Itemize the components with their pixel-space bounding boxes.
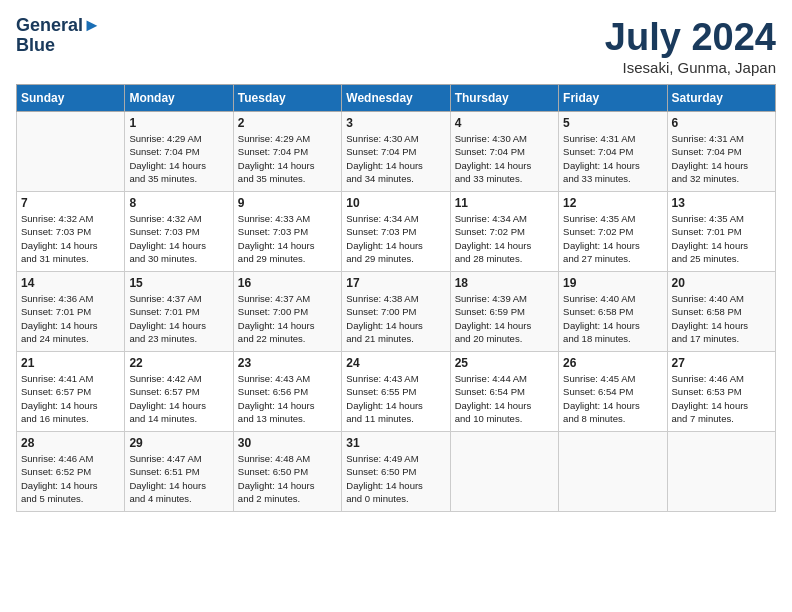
calendar-cell <box>667 432 775 512</box>
calendar-cell: 12Sunrise: 4:35 AM Sunset: 7:02 PM Dayli… <box>559 192 667 272</box>
day-info: Sunrise: 4:36 AM Sunset: 7:01 PM Dayligh… <box>21 292 120 345</box>
day-number: 24 <box>346 356 445 370</box>
day-number: 18 <box>455 276 554 290</box>
day-info: Sunrise: 4:41 AM Sunset: 6:57 PM Dayligh… <box>21 372 120 425</box>
day-info: Sunrise: 4:43 AM Sunset: 6:55 PM Dayligh… <box>346 372 445 425</box>
week-row-3: 14Sunrise: 4:36 AM Sunset: 7:01 PM Dayli… <box>17 272 776 352</box>
day-number: 30 <box>238 436 337 450</box>
calendar-cell: 28Sunrise: 4:46 AM Sunset: 6:52 PM Dayli… <box>17 432 125 512</box>
month-title: July 2024 <box>605 16 776 59</box>
calendar-cell: 8Sunrise: 4:32 AM Sunset: 7:03 PM Daylig… <box>125 192 233 272</box>
day-number: 11 <box>455 196 554 210</box>
day-number: 19 <box>563 276 662 290</box>
day-info: Sunrise: 4:38 AM Sunset: 7:00 PM Dayligh… <box>346 292 445 345</box>
day-info: Sunrise: 4:49 AM Sunset: 6:50 PM Dayligh… <box>346 452 445 505</box>
calendar-cell: 7Sunrise: 4:32 AM Sunset: 7:03 PM Daylig… <box>17 192 125 272</box>
day-info: Sunrise: 4:35 AM Sunset: 7:01 PM Dayligh… <box>672 212 771 265</box>
day-info: Sunrise: 4:46 AM Sunset: 6:53 PM Dayligh… <box>672 372 771 425</box>
day-info: Sunrise: 4:29 AM Sunset: 7:04 PM Dayligh… <box>129 132 228 185</box>
calendar-cell: 6Sunrise: 4:31 AM Sunset: 7:04 PM Daylig… <box>667 112 775 192</box>
calendar-table: SundayMondayTuesdayWednesdayThursdayFrid… <box>16 84 776 512</box>
week-row-4: 21Sunrise: 4:41 AM Sunset: 6:57 PM Dayli… <box>17 352 776 432</box>
day-number: 15 <box>129 276 228 290</box>
day-number: 31 <box>346 436 445 450</box>
day-info: Sunrise: 4:48 AM Sunset: 6:50 PM Dayligh… <box>238 452 337 505</box>
week-row-1: 1Sunrise: 4:29 AM Sunset: 7:04 PM Daylig… <box>17 112 776 192</box>
day-number: 5 <box>563 116 662 130</box>
day-number: 17 <box>346 276 445 290</box>
day-number: 8 <box>129 196 228 210</box>
day-number: 13 <box>672 196 771 210</box>
page-header: General►Blue July 2024 Isesaki, Gunma, J… <box>16 16 776 76</box>
calendar-cell: 10Sunrise: 4:34 AM Sunset: 7:03 PM Dayli… <box>342 192 450 272</box>
calendar-cell: 4Sunrise: 4:30 AM Sunset: 7:04 PM Daylig… <box>450 112 558 192</box>
day-info: Sunrise: 4:32 AM Sunset: 7:03 PM Dayligh… <box>21 212 120 265</box>
day-info: Sunrise: 4:43 AM Sunset: 6:56 PM Dayligh… <box>238 372 337 425</box>
calendar-cell: 1Sunrise: 4:29 AM Sunset: 7:04 PM Daylig… <box>125 112 233 192</box>
day-info: Sunrise: 4:45 AM Sunset: 6:54 PM Dayligh… <box>563 372 662 425</box>
calendar-cell: 21Sunrise: 4:41 AM Sunset: 6:57 PM Dayli… <box>17 352 125 432</box>
week-row-5: 28Sunrise: 4:46 AM Sunset: 6:52 PM Dayli… <box>17 432 776 512</box>
calendar-cell: 22Sunrise: 4:42 AM Sunset: 6:57 PM Dayli… <box>125 352 233 432</box>
calendar-cell: 24Sunrise: 4:43 AM Sunset: 6:55 PM Dayli… <box>342 352 450 432</box>
day-header-friday: Friday <box>559 85 667 112</box>
calendar-cell: 31Sunrise: 4:49 AM Sunset: 6:50 PM Dayli… <box>342 432 450 512</box>
header-row: SundayMondayTuesdayWednesdayThursdayFrid… <box>17 85 776 112</box>
day-number: 7 <box>21 196 120 210</box>
calendar-cell: 23Sunrise: 4:43 AM Sunset: 6:56 PM Dayli… <box>233 352 341 432</box>
logo-text: General►Blue <box>16 16 101 56</box>
day-number: 2 <box>238 116 337 130</box>
location-subtitle: Isesaki, Gunma, Japan <box>605 59 776 76</box>
calendar-cell: 2Sunrise: 4:29 AM Sunset: 7:04 PM Daylig… <box>233 112 341 192</box>
calendar-cell: 17Sunrise: 4:38 AM Sunset: 7:00 PM Dayli… <box>342 272 450 352</box>
calendar-body: 1Sunrise: 4:29 AM Sunset: 7:04 PM Daylig… <box>17 112 776 512</box>
calendar-cell: 27Sunrise: 4:46 AM Sunset: 6:53 PM Dayli… <box>667 352 775 432</box>
day-info: Sunrise: 4:37 AM Sunset: 7:00 PM Dayligh… <box>238 292 337 345</box>
calendar-cell: 16Sunrise: 4:37 AM Sunset: 7:00 PM Dayli… <box>233 272 341 352</box>
day-info: Sunrise: 4:35 AM Sunset: 7:02 PM Dayligh… <box>563 212 662 265</box>
day-info: Sunrise: 4:29 AM Sunset: 7:04 PM Dayligh… <box>238 132 337 185</box>
day-info: Sunrise: 4:39 AM Sunset: 6:59 PM Dayligh… <box>455 292 554 345</box>
day-number: 16 <box>238 276 337 290</box>
day-header-tuesday: Tuesday <box>233 85 341 112</box>
day-info: Sunrise: 4:30 AM Sunset: 7:04 PM Dayligh… <box>455 132 554 185</box>
calendar-cell: 13Sunrise: 4:35 AM Sunset: 7:01 PM Dayli… <box>667 192 775 272</box>
calendar-cell: 14Sunrise: 4:36 AM Sunset: 7:01 PM Dayli… <box>17 272 125 352</box>
calendar-cell: 30Sunrise: 4:48 AM Sunset: 6:50 PM Dayli… <box>233 432 341 512</box>
day-number: 14 <box>21 276 120 290</box>
day-info: Sunrise: 4:47 AM Sunset: 6:51 PM Dayligh… <box>129 452 228 505</box>
calendar-cell: 29Sunrise: 4:47 AM Sunset: 6:51 PM Dayli… <box>125 432 233 512</box>
day-info: Sunrise: 4:33 AM Sunset: 7:03 PM Dayligh… <box>238 212 337 265</box>
day-header-monday: Monday <box>125 85 233 112</box>
day-header-sunday: Sunday <box>17 85 125 112</box>
day-info: Sunrise: 4:34 AM Sunset: 7:03 PM Dayligh… <box>346 212 445 265</box>
day-number: 27 <box>672 356 771 370</box>
calendar-cell: 25Sunrise: 4:44 AM Sunset: 6:54 PM Dayli… <box>450 352 558 432</box>
day-info: Sunrise: 4:31 AM Sunset: 7:04 PM Dayligh… <box>563 132 662 185</box>
day-info: Sunrise: 4:40 AM Sunset: 6:58 PM Dayligh… <box>563 292 662 345</box>
day-info: Sunrise: 4:40 AM Sunset: 6:58 PM Dayligh… <box>672 292 771 345</box>
day-info: Sunrise: 4:32 AM Sunset: 7:03 PM Dayligh… <box>129 212 228 265</box>
day-header-wednesday: Wednesday <box>342 85 450 112</box>
calendar-cell: 11Sunrise: 4:34 AM Sunset: 7:02 PM Dayli… <box>450 192 558 272</box>
logo: General►Blue <box>16 16 101 56</box>
day-info: Sunrise: 4:46 AM Sunset: 6:52 PM Dayligh… <box>21 452 120 505</box>
day-info: Sunrise: 4:30 AM Sunset: 7:04 PM Dayligh… <box>346 132 445 185</box>
day-number: 4 <box>455 116 554 130</box>
week-row-2: 7Sunrise: 4:32 AM Sunset: 7:03 PM Daylig… <box>17 192 776 272</box>
calendar-cell: 5Sunrise: 4:31 AM Sunset: 7:04 PM Daylig… <box>559 112 667 192</box>
day-number: 29 <box>129 436 228 450</box>
calendar-cell: 3Sunrise: 4:30 AM Sunset: 7:04 PM Daylig… <box>342 112 450 192</box>
day-number: 22 <box>129 356 228 370</box>
calendar-cell <box>559 432 667 512</box>
day-info: Sunrise: 4:42 AM Sunset: 6:57 PM Dayligh… <box>129 372 228 425</box>
calendar-cell: 9Sunrise: 4:33 AM Sunset: 7:03 PM Daylig… <box>233 192 341 272</box>
calendar-cell <box>17 112 125 192</box>
day-number: 23 <box>238 356 337 370</box>
calendar-cell: 18Sunrise: 4:39 AM Sunset: 6:59 PM Dayli… <box>450 272 558 352</box>
day-number: 20 <box>672 276 771 290</box>
day-number: 10 <box>346 196 445 210</box>
day-number: 26 <box>563 356 662 370</box>
day-number: 3 <box>346 116 445 130</box>
day-number: 25 <box>455 356 554 370</box>
